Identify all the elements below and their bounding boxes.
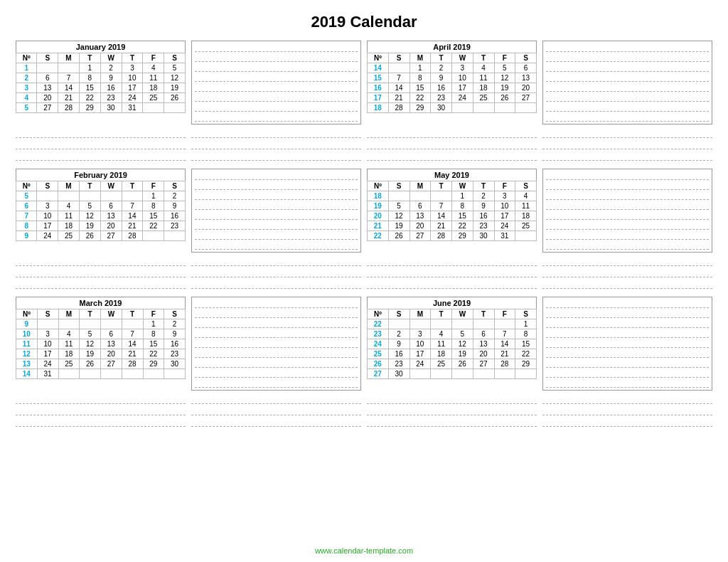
bottom-line	[367, 394, 537, 404]
notes-lines-jun	[542, 297, 712, 391]
calendar-day: 11	[58, 339, 80, 349]
calendar-day: 16	[164, 211, 186, 221]
calendar-day: 30	[431, 103, 452, 113]
lines-col12	[540, 393, 715, 430]
calendar-day	[37, 319, 58, 329]
calendar-day: 24	[494, 221, 515, 231]
calendar-day: 20	[473, 349, 494, 359]
calendar-day: 17	[494, 211, 515, 221]
calendar-day: 5	[452, 329, 473, 339]
calendar-day: 12	[164, 73, 186, 83]
calendar-day: 3	[122, 63, 143, 73]
calendar-day: 19	[79, 221, 100, 231]
note-line	[546, 329, 709, 338]
calendar-day	[100, 191, 122, 201]
col-header: S	[515, 53, 537, 63]
col-header: F	[494, 181, 515, 191]
calendar-day: 19	[80, 349, 101, 359]
calendar-day: 20	[37, 93, 58, 103]
calendar-day: 21	[122, 221, 143, 231]
calendar-day: 27	[100, 231, 122, 241]
calendar-day: 5	[80, 329, 101, 339]
calendar-day: 4	[431, 329, 452, 339]
col-header: F	[143, 53, 164, 63]
lines-col6	[188, 255, 364, 292]
note-line	[546, 349, 709, 358]
week-number: 24	[368, 339, 389, 349]
col-header: T	[122, 309, 143, 319]
bottom-line	[191, 151, 361, 161]
week-number: 16	[368, 83, 389, 93]
calendar-day: 2	[473, 191, 494, 201]
note-line	[546, 83, 709, 92]
note-line	[195, 112, 358, 122]
calendar-day: 31	[37, 369, 58, 379]
calendar-day: 27	[473, 359, 494, 369]
calendar-day: 25	[431, 359, 452, 369]
calendar-day: 25	[143, 93, 164, 103]
calendar-day	[101, 319, 122, 329]
lines-col8	[540, 255, 715, 292]
calendar-day: 18	[143, 83, 164, 93]
calendar-day: 8	[143, 201, 164, 211]
calendar-day: 14	[431, 211, 452, 221]
lines-row2	[0, 255, 728, 292]
note-line	[546, 43, 709, 52]
calendar-day	[452, 319, 473, 329]
notes-lines-jan	[191, 41, 361, 124]
col-header: T	[122, 181, 143, 191]
note-line	[546, 319, 709, 328]
week-number: 7	[16, 211, 37, 221]
col-header: M	[410, 181, 431, 191]
calendar-day: 18	[473, 83, 494, 93]
week-number: 2	[16, 73, 37, 83]
calendar-day: 4	[58, 201, 80, 211]
calendar-day: 7	[388, 73, 410, 83]
calendar-day	[494, 369, 515, 379]
col-header: T	[80, 309, 101, 319]
calendar-day: 31	[494, 231, 515, 241]
notes-mar	[188, 295, 364, 393]
calendar-day: 31	[122, 103, 143, 113]
col-header: Nº	[16, 53, 37, 63]
week-number: 1	[16, 63, 37, 73]
calendar-day: 26	[494, 93, 515, 103]
week-number: 9	[16, 319, 38, 329]
col-header: S	[388, 309, 410, 319]
note-line	[546, 378, 709, 388]
calendar-day: 28	[122, 359, 143, 369]
calendar-day	[122, 369, 143, 379]
calendar-day: 10	[410, 339, 431, 349]
calendar-day: 27	[515, 93, 537, 103]
calendar-day: 12	[452, 339, 473, 349]
lines-col3	[364, 127, 540, 164]
col-header: M	[58, 181, 80, 191]
calendar-day: 29	[515, 359, 537, 369]
calendar-day: 23	[100, 93, 122, 103]
bottom-line	[542, 279, 712, 289]
calendar-day: 26	[80, 359, 101, 369]
note-line	[546, 299, 709, 308]
bottom-line	[367, 405, 537, 415]
week-number: 21	[368, 221, 389, 231]
note-line	[195, 181, 358, 190]
calendar-day	[143, 103, 164, 113]
week-number: 26	[368, 359, 389, 369]
note-line	[195, 43, 358, 52]
calendar-day	[388, 319, 410, 329]
calendar-day	[515, 369, 537, 379]
note-line	[546, 369, 709, 378]
calendar-day: 6	[473, 329, 494, 339]
calendar-day: 28	[388, 103, 410, 113]
calendar-day: 6	[101, 329, 122, 339]
calendar-day: 30	[100, 103, 122, 113]
bottom-line	[16, 394, 186, 404]
calendar-day: 2	[100, 63, 122, 73]
calendar-day: 22	[143, 221, 164, 231]
lines-col10	[188, 393, 364, 430]
calendar-day: 3	[452, 63, 473, 73]
note-line	[195, 83, 358, 92]
week-number: 6	[16, 201, 37, 211]
notes-lines-apr	[542, 41, 712, 124]
calendar-day: 8	[143, 329, 164, 339]
